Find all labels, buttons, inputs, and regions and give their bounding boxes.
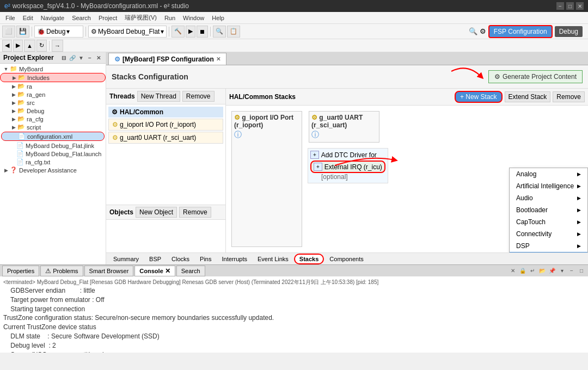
add-dtc-row: + Add DTC Driver for <box>310 151 385 159</box>
tree-item-debug[interactable]: ▶ 📂 Debug <box>0 107 106 115</box>
tab-pins[interactable]: Pins <box>195 254 216 264</box>
scroll-lock-btn[interactable]: 🔒 <box>518 267 527 275</box>
console-tab-search[interactable]: Search <box>176 266 205 276</box>
tree-item-ra-gen[interactable]: ▶ 📂 ra_gen <box>0 90 106 98</box>
stack-item-ioport[interactable]: ⚙ g_ioport I/O Port (r_ioport) <box>108 119 223 131</box>
view-menu-btn[interactable]: ▾ <box>558 267 566 275</box>
clear-console-btn[interactable]: ✕ <box>509 267 517 275</box>
misc-btn2[interactable]: 📋 <box>227 26 240 38</box>
maximize-btn[interactable]: □ <box>566 2 574 10</box>
ext-irq-row[interactable]: + External IRQ (r_icu) <box>310 161 385 173</box>
editor-tab-fsp[interactable]: ⚙ [MyBoard] FSP Configuration ✕ <box>108 53 226 65</box>
menu-project[interactable]: Project <box>95 14 120 22</box>
console-tab-problems[interactable]: ⚠ Problems <box>40 266 83 276</box>
tab-summary[interactable]: Summary <box>108 254 144 264</box>
extend-stack-btn[interactable]: Extend Stack <box>505 91 551 102</box>
remove-object-btn[interactable]: Remove <box>179 207 211 218</box>
remove-thread-btn[interactable]: Remove <box>182 91 215 102</box>
menu-run[interactable]: Run <box>161 14 179 22</box>
maximize-console-btn[interactable]: □ <box>577 267 586 275</box>
tree-item-src[interactable]: ▶ 📂 src <box>0 98 106 107</box>
tab-bsp[interactable]: BSP <box>144 254 166 264</box>
generate-project-btn[interactable]: ⚙ Generate Project Content <box>488 70 583 83</box>
back-btn[interactable]: ◀ <box>2 40 12 52</box>
new-thread-btn[interactable]: New Thread <box>137 91 180 102</box>
minimize-console-btn[interactable]: − <box>567 267 576 275</box>
nav-btn[interactable]: → <box>52 40 63 52</box>
minimize-btn[interactable]: − <box>556 2 564 10</box>
misc-btn1[interactable]: 🔍 <box>213 26 226 38</box>
stop-btn[interactable]: ⏹ <box>197 26 208 38</box>
forward-btn[interactable]: ▶ <box>13 40 23 52</box>
window-controls[interactable]: − □ ✕ <box>556 2 584 10</box>
stack-item-uart[interactable]: ⚙ g_uart0 UART (r_sci_uart) <box>108 132 223 144</box>
ctx-captouch[interactable]: CapTouch▶ <box>510 216 587 228</box>
tree-item-launch[interactable]: 📄 MyBoard Debug_Flat.launch <box>0 150 106 158</box>
tab-event-links[interactable]: Event Links <box>253 254 293 264</box>
close-panel-icon[interactable]: ✕ <box>95 54 102 61</box>
tree-item-ra-cfg-txt[interactable]: 📄 ra_cfg.txt <box>0 158 106 166</box>
tab-components[interactable]: Components <box>324 254 368 264</box>
new-btn[interactable]: ⬜ <box>2 26 15 38</box>
debug-dropdown[interactable]: 🐞 Debug ▾ <box>34 26 83 38</box>
fsp-config-label: FSP Configuration <box>494 28 547 35</box>
refresh-btn[interactable]: ↻ <box>36 40 47 52</box>
tab-stacks[interactable]: Stacks <box>294 254 324 264</box>
tree-item-ra-cfg[interactable]: ▶ 📂 ra_cfg <box>0 115 106 123</box>
ctx-audio[interactable]: Audio▶ <box>510 192 587 204</box>
menu-window[interactable]: Window <box>180 14 207 22</box>
ctx-dsp[interactable]: DSP▶ <box>510 240 587 252</box>
word-wrap-btn[interactable]: ↵ <box>528 267 537 275</box>
menu-edit[interactable]: Edit <box>20 14 36 22</box>
open-file-btn[interactable]: 📂 <box>538 267 547 275</box>
tree-item-script[interactable]: ▶ 📂 script <box>0 123 106 131</box>
ctx-ai[interactable]: Artificial Intelligence▶ <box>510 180 587 192</box>
console-close-icon[interactable]: ✕ <box>165 267 170 275</box>
close-btn[interactable]: ✕ <box>576 2 584 10</box>
expand-arrow-ra: ▶ <box>10 84 17 89</box>
project-explorer-header: Project Explorer ⊟ 🔗 ▼ − ✕ <box>0 52 106 64</box>
build-btn[interactable]: 🔨 <box>171 26 185 38</box>
menu-navigate[interactable]: Navigate <box>38 14 68 22</box>
console-tab-console[interactable]: Console ✕ <box>134 266 175 276</box>
remove-hal-stack-btn[interactable]: Remove <box>553 91 585 102</box>
tree-item-myboard[interactable]: ▼ 📁 MyBoard <box>0 65 106 73</box>
new-stack-btn[interactable]: + New Stack <box>455 91 503 103</box>
pin-btn[interactable]: 📌 <box>548 267 556 275</box>
debug-mode-btn[interactable]: Debug <box>555 26 583 37</box>
hal-card-ioport[interactable]: ⚙ g_ioport I/O Port(r_ioport) ⓘ <box>231 111 302 247</box>
minimize-panel-icon[interactable]: − <box>86 54 94 61</box>
run-btn[interactable]: ▶ <box>186 26 195 38</box>
menu-renesas-view[interactable]: 瑞萨视图(V) <box>121 13 160 23</box>
hal-card-uart[interactable]: ⚙ g_uart0 UART (r_sci_uart) ⓘ <box>309 111 379 143</box>
menu-help[interactable]: Help <box>209 14 228 22</box>
ctx-input[interactable]: Input▶ <box>510 252 587 252</box>
tree-item-dev-assist[interactable]: ▶ ❓ Developer Assistance <box>0 166 106 174</box>
ctx-connectivity[interactable]: Connectivity▶ <box>510 228 587 240</box>
sep5 <box>49 41 50 51</box>
ctx-bootloader[interactable]: Bootloader▶ <box>510 204 587 216</box>
console-tab-properties[interactable]: Properties <box>2 266 39 276</box>
tree-item-includes[interactable]: ▶ 📂 Includes <box>0 73 106 82</box>
tree-item-ra[interactable]: ▶ 📂 ra <box>0 82 106 90</box>
add-dtc-btn[interactable]: + <box>310 151 319 159</box>
menu-search[interactable]: Search <box>69 14 94 22</box>
filter-icon[interactable]: ▼ <box>77 54 85 61</box>
up-btn[interactable]: ▲ <box>24 40 35 52</box>
panel-header-icons: ⊟ 🔗 ▼ − ✕ <box>60 54 102 61</box>
new-object-btn[interactable]: New Object <box>136 207 177 218</box>
tab-interrupts[interactable]: Interrupts <box>217 254 252 264</box>
console-tab-smart-browser[interactable]: Smart Browser <box>84 266 134 276</box>
tab-clocks[interactable]: Clocks <box>167 254 194 264</box>
menu-file[interactable]: File <box>2 14 19 22</box>
add-ext-irq-btn[interactable]: + <box>314 163 322 171</box>
fsp-configuration-btn[interactable]: FSP Configuration <box>488 25 553 38</box>
fsp-tab-close[interactable]: ✕ <box>216 56 220 62</box>
tree-item-config-xml[interactable]: 📄 configuration.xml <box>1 132 105 141</box>
link-icon[interactable]: 🔗 <box>69 54 76 61</box>
save-btn[interactable]: 💾 <box>16 26 29 38</box>
config-dropdown[interactable]: ⚙ MyBoard Debug_Flat ▾ <box>88 26 167 38</box>
collapse-icon[interactable]: ⊟ <box>60 54 68 61</box>
ctx-analog[interactable]: Analog▶ <box>510 168 587 180</box>
tree-item-jlink[interactable]: 📄 MyBoard Debug_Flat.jlink <box>0 141 106 150</box>
